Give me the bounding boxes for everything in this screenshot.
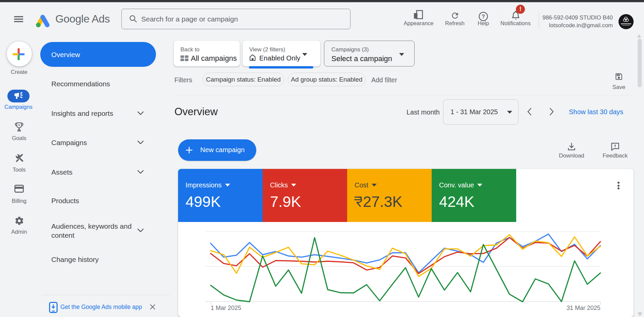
svg-text:?: ? — [482, 14, 485, 19]
svg-text:1 Mar 2025: 1 Mar 2025 — [211, 305, 241, 311]
svg-text:31 Mar 2025: 31 Mar 2025 — [567, 305, 600, 311]
